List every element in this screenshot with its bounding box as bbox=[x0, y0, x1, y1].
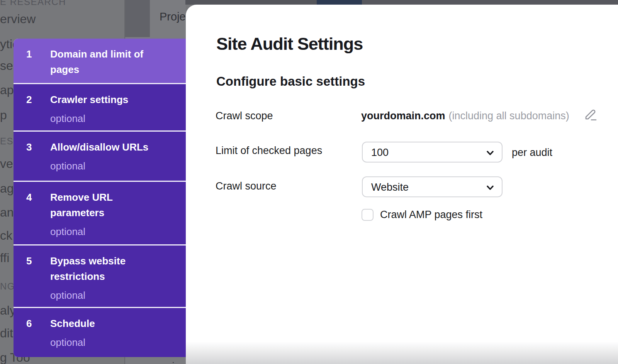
section-heading: Configure basic settings bbox=[216, 74, 365, 89]
crawl-scope-value: yourdomain.com(including all subdomains) bbox=[361, 110, 569, 122]
step-schedule[interactable]: 6 Schedule optional bbox=[14, 308, 186, 357]
modal-bottom-fade bbox=[186, 342, 618, 364]
sidebar-item-fragment: ffi bbox=[0, 251, 9, 265]
sidebar-item-fragment: erview bbox=[0, 12, 36, 26]
limit-of-pages-label: Limit of checked pages bbox=[216, 145, 322, 157]
clipped-text-fragment: serie bbox=[158, 361, 180, 364]
per-audit-suffix: per audit bbox=[512, 147, 552, 159]
step-title: Crawler settings bbox=[50, 92, 159, 107]
sidebar-item-fragment: p bbox=[0, 108, 7, 122]
step-title: Domain and limit of pages bbox=[50, 46, 159, 77]
step-number: 4 bbox=[26, 190, 50, 244]
dimmed-top-bar-navy-segment bbox=[317, 0, 362, 5]
pencil-icon bbox=[583, 107, 598, 123]
crawl-source-value: Website bbox=[371, 177, 409, 197]
chevron-down-icon bbox=[485, 147, 496, 158]
sidebar-item-fragment: dit bbox=[0, 326, 13, 340]
dimmed-header-block bbox=[125, 0, 150, 37]
crawl-scope-note: (including all subdomains) bbox=[449, 110, 569, 122]
crawl-amp-label: Crawl AMP pages first bbox=[380, 209, 482, 221]
step-note: optional bbox=[50, 160, 170, 172]
step-number: 2 bbox=[26, 92, 50, 130]
wizard-step-panel: 1 Domain and limit of pages 2 Crawler se… bbox=[14, 39, 186, 357]
limit-select-value: 100 bbox=[371, 142, 389, 163]
crawl-amp-row[interactable]: Crawl AMP pages first bbox=[362, 209, 482, 221]
step-number: 3 bbox=[26, 139, 50, 181]
limit-of-pages-select[interactable]: 100 bbox=[362, 142, 503, 163]
modal-title: Site Audit Settings bbox=[216, 34, 363, 54]
step-allow-disallow-urls[interactable]: 3 Allow/disallow URLs optional bbox=[14, 132, 186, 181]
crawl-scope-label: Crawl scope bbox=[216, 110, 273, 122]
step-domain-and-limit[interactable]: 1 Domain and limit of pages bbox=[14, 39, 186, 83]
crawl-scope-domain: yourdomain.com bbox=[361, 110, 445, 122]
chevron-down-icon bbox=[485, 182, 496, 193]
step-crawler-settings[interactable]: 2 Crawler settings optional bbox=[14, 84, 186, 130]
crawl-source-label: Crawl source bbox=[216, 180, 277, 192]
step-number: 6 bbox=[26, 316, 50, 357]
step-bypass-restrictions[interactable]: 5 Bypass website restrictions optional bbox=[14, 245, 186, 307]
step-note: optional bbox=[50, 113, 170, 124]
dimmed-top-bar bbox=[185, 0, 618, 5]
edit-crawl-scope-button[interactable] bbox=[583, 107, 598, 123]
site-audit-settings-modal: Site Audit Settings Configure basic sett… bbox=[186, 5, 618, 364]
step-remove-url-parameters[interactable]: 4 Remove URL parameters optional bbox=[14, 182, 186, 244]
step-note: optional bbox=[50, 226, 170, 237]
step-note: optional bbox=[50, 290, 170, 301]
step-title: Remove URL parameters bbox=[50, 190, 159, 220]
dimmed-top-bar-light-segment bbox=[362, 0, 618, 5]
step-number: 1 bbox=[26, 46, 50, 83]
step-title: Allow/disallow URLs bbox=[50, 139, 159, 155]
sidebar-item-fragment: ap bbox=[0, 83, 14, 97]
step-title: Bypass website restrictions bbox=[50, 253, 159, 284]
step-title: Schedule bbox=[50, 316, 159, 331]
sidebar-item-fragment: ck bbox=[0, 229, 12, 243]
step-number: 5 bbox=[26, 253, 50, 307]
step-note: optional bbox=[50, 337, 170, 348]
sidebar-section-fragment: E RESEARCH bbox=[0, 0, 66, 7]
crawl-source-select[interactable]: Website bbox=[362, 176, 503, 197]
crawl-amp-checkbox[interactable] bbox=[362, 209, 374, 221]
sidebar-section-fragment: NG bbox=[0, 281, 15, 292]
site-audit-settings-screen: Projec E RESEARCH erview ytic sea ap p E… bbox=[0, 0, 618, 364]
